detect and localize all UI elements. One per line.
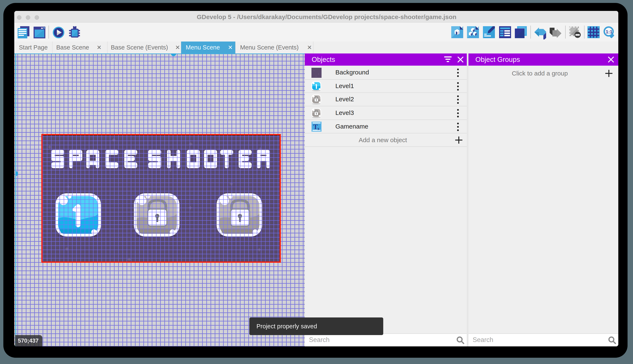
svg-text:x: x — [317, 126, 320, 131]
svg-text:1:1: 1:1 — [606, 29, 612, 34]
